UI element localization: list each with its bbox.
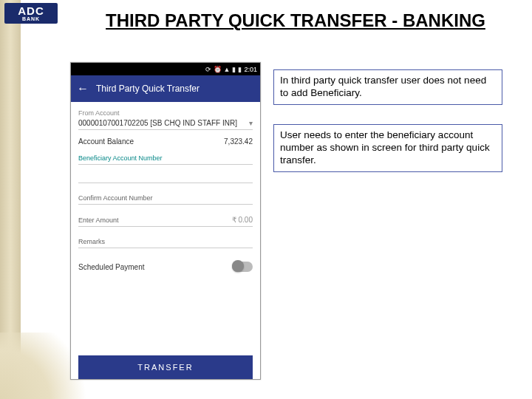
- beneficiary-account-field[interactable]: Beneficiary Account Number: [78, 152, 253, 165]
- sync-icon: ⟳: [205, 66, 211, 73]
- confirm-account-field[interactable]: Confirm Account Number: [78, 192, 253, 205]
- logo-text-bottom: BANK: [22, 16, 40, 21]
- from-account-value: 00000107001702205 [SB CHQ IND STAFF INR]…: [78, 117, 253, 130]
- signal-icon: ▮: [232, 66, 236, 73]
- divider: [78, 183, 253, 183]
- form-content: From Account 00000107001702205 [SB CHQ I…: [71, 102, 260, 379]
- back-arrow-icon[interactable]: ←: [77, 82, 89, 95]
- bank-logo: ADC BANK: [4, 3, 58, 24]
- wifi-icon: ▲: [224, 66, 231, 73]
- remarks-field[interactable]: Remarks: [78, 236, 253, 248]
- battery-icon: ▮: [238, 66, 242, 73]
- balance-value: 7,323.42: [224, 137, 253, 146]
- remarks-label: Remarks: [78, 236, 253, 248]
- app-bar-title: Third Party Quick Transfer: [96, 83, 200, 94]
- from-account-field[interactable]: From Account 00000107001702205 [SB CHQ I…: [78, 109, 253, 130]
- beneficiary-label: Beneficiary Account Number: [78, 152, 253, 165]
- status-bar: ⟳ ⏰ ▲ ▮ ▮ 2:01: [71, 63, 260, 75]
- from-account-label: From Account: [78, 109, 253, 117]
- transfer-button[interactable]: TRANSFER: [78, 355, 253, 379]
- callout-note-1: In third party quick transfer user does …: [273, 69, 502, 105]
- app-bar: ← Third Party Quick Transfer: [71, 75, 260, 102]
- amount-label: Enter Amount: [78, 216, 119, 224]
- confirm-account-label: Confirm Account Number: [78, 192, 253, 205]
- scheduled-label: Scheduled Payment: [78, 263, 145, 271]
- scheduled-toggle[interactable]: [232, 262, 253, 272]
- chevron-down-icon: ▾: [249, 119, 253, 127]
- callout-note-2: User needs to enter the beneficiary acco…: [273, 124, 502, 172]
- alarm-icon: ⏰: [214, 66, 222, 73]
- amount-row: Enter Amount ₹ 0.00: [78, 214, 253, 227]
- page-title: THIRD PARTY QUICK TRANSFER - BANKING: [74, 10, 517, 31]
- amount-field[interactable]: Enter Amount ₹ 0.00: [78, 214, 253, 227]
- scheduled-payment-row: Scheduled Payment: [78, 262, 253, 272]
- status-time: 2:01: [244, 66, 257, 73]
- account-balance-row: Account Balance 7,323.42: [78, 137, 253, 148]
- amount-value: ₹ 0.00: [232, 216, 253, 224]
- balance-label: Account Balance: [78, 137, 134, 146]
- logo-text-top: ADC: [18, 5, 44, 16]
- phone-screenshot: ⟳ ⏰ ▲ ▮ ▮ 2:01 ← Third Party Quick Trans…: [70, 62, 261, 380]
